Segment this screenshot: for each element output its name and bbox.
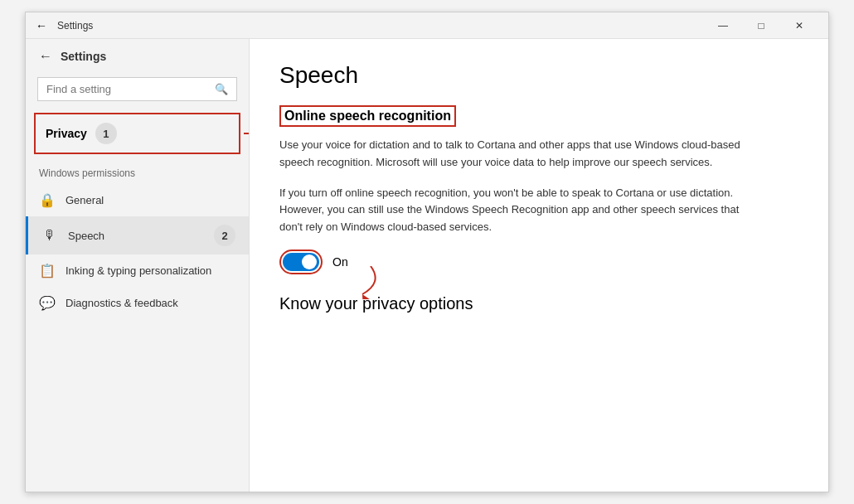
diagnostics-icon: 💬 <box>39 295 56 311</box>
close-button[interactable]: ✕ <box>780 12 818 39</box>
page-title: Speech <box>279 62 798 89</box>
nav-diagnostics-label: Diagnostics & feedback <box>66 297 178 309</box>
description-2: If you turn off online speech recognitio… <box>279 185 744 236</box>
window-title: Settings <box>57 20 704 32</box>
nav-inking-label: Inking & typing personalization <box>66 264 211 277</box>
search-box[interactable]: 🔍 <box>37 77 237 101</box>
back-button[interactable]: ← <box>39 49 52 64</box>
sidebar-header: ← Settings <box>26 39 249 74</box>
nav-item-inking[interactable]: 📋 Inking & typing personalization <box>26 254 249 287</box>
nav-speech-label: Speech <box>68 230 104 242</box>
privacy-label: Privacy <box>46 127 87 140</box>
maximize-button[interactable]: □ <box>742 12 780 39</box>
speech-icon: 🎙 <box>41 228 58 243</box>
toggle-container <box>279 250 323 274</box>
description-1: Use your voice for dictation and to talk… <box>279 137 744 172</box>
nav-item-general[interactable]: 🔒 General <box>26 184 249 216</box>
arrow-1 <box>242 125 250 142</box>
toggle-arrow <box>346 266 395 299</box>
nav-item-diagnostics[interactable]: 💬 Diagnostics & feedback <box>26 287 249 319</box>
toggle-knob <box>302 254 317 269</box>
toggle-row: On <box>279 250 798 274</box>
lock-icon: 🔒 <box>39 192 56 208</box>
main-content: Speech Online speech recognition Use you… <box>250 39 828 492</box>
annotation-2: 2 <box>214 225 235 246</box>
titlebar: ← Settings — □ ✕ <box>26 12 828 39</box>
content-area: ← Settings 🔍 Privacy 1 <box>26 39 828 492</box>
privacy-nav-item[interactable]: Privacy 1 <box>34 113 240 154</box>
settings-window: ← Settings — □ ✕ ← Settings 🔍 Privac <box>25 12 829 492</box>
inking-icon: 📋 <box>39 263 56 279</box>
back-icon[interactable]: ← <box>36 19 47 32</box>
nav-item-speech[interactable]: 🎙 Speech 2 <box>26 216 249 254</box>
annotation-1: 1 <box>95 123 117 144</box>
nav-general-label: General <box>66 194 104 206</box>
sidebar: ← Settings 🔍 Privacy 1 <box>26 39 250 492</box>
search-icon: 🔍 <box>215 83 228 95</box>
sidebar-title: Settings <box>61 50 106 63</box>
speech-nav-wrapper: 🎙 Speech 2 <box>26 216 249 254</box>
section-heading: Online speech recognition <box>279 105 456 127</box>
search-input[interactable] <box>46 83 210 95</box>
window-controls: — □ ✕ <box>704 12 818 39</box>
minimize-button[interactable]: — <box>704 12 742 39</box>
speech-recognition-toggle[interactable] <box>283 253 319 271</box>
windows-permissions-label: Windows permissions <box>26 156 249 184</box>
